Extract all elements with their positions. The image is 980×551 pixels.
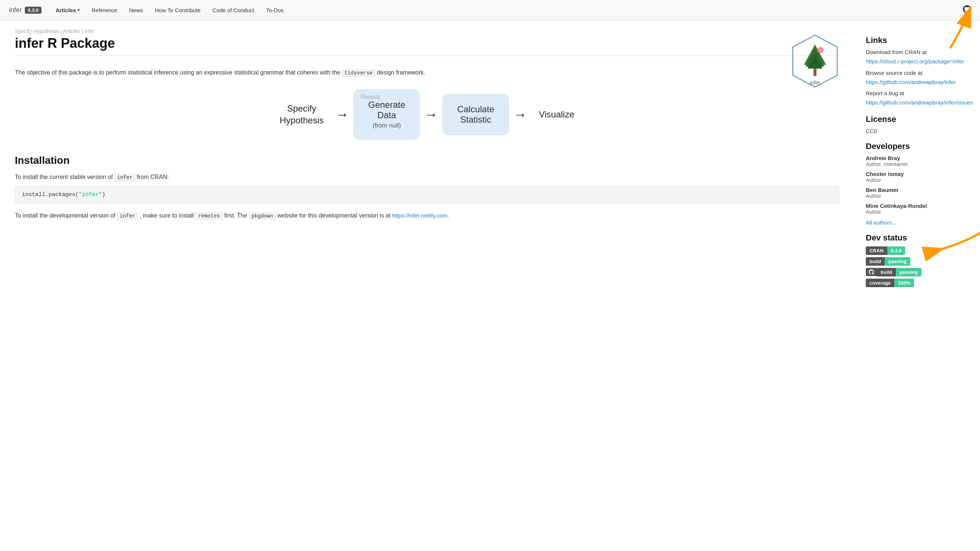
badge-cran-right: 0.2.0 <box>887 246 905 255</box>
dev-3: Mine Cetinkaya-Rundel Author <box>866 203 968 215</box>
link3-label: Report a bug at <box>866 90 968 96</box>
badge-coverage[interactable]: coverage 100% <box>866 279 968 287</box>
code-block-1: install.packages("infer") <box>15 186 839 203</box>
developers-title: Developers <box>866 141 968 151</box>
license-title: License <box>866 114 968 124</box>
brand-name: infer <box>9 6 22 14</box>
flow-arrow-2: → <box>425 107 438 122</box>
dev-status-title: Dev status <box>866 233 968 243</box>
dev-0-role: Author, maintainer <box>866 161 968 167</box>
page-layout: Specify Hypothesis | Articles | infer in… <box>0 21 980 297</box>
flow-diagram: SpecifyHypothesis → Repeat GenerateData … <box>15 89 839 140</box>
badge-coverage-left: coverage <box>866 279 894 287</box>
nav-item-reference[interactable]: Reference <box>86 4 123 16</box>
sidebar-license: License CC0 <box>866 114 968 134</box>
nav-item-how-to-contribute[interactable]: How To Contribute <box>150 4 206 16</box>
svg-rect-3 <box>813 68 816 76</box>
flow-step-specify: SpecifyHypothesis <box>272 103 331 125</box>
dev-2-role: Author <box>866 193 968 199</box>
all-authors-link[interactable]: All authors... <box>866 219 968 225</box>
github-icon[interactable] <box>963 5 971 16</box>
flow-step-calculate: CalculateStatistic <box>442 94 509 135</box>
repeat-label: Repeat <box>361 94 380 100</box>
page-title: infer R Package <box>15 36 839 51</box>
generate-label: GenerateData <box>368 100 405 121</box>
svg-text:infer: infer <box>810 80 820 86</box>
dev-1-role: Author <box>866 177 968 183</box>
nav-brand[interactable]: infer 0.3.0 <box>9 6 41 14</box>
calculate-label: CalculateStatistic <box>457 104 494 125</box>
main-content: Specify Hypothesis | Articles | infer in… <box>0 21 854 297</box>
badge-cran[interactable]: CRAN 0.2.0 <box>866 246 968 255</box>
badge-build-2[interactable]: build passing <box>866 268 968 276</box>
dev-2-name: Ben Baumer <box>866 187 968 193</box>
flow-step-visualize: Visualize <box>531 109 582 120</box>
install-text-2: To install the developmental version of … <box>15 211 839 221</box>
installation-title: Installation <box>15 154 839 167</box>
sidebar-developers: Developers Andrew Bray Author, maintaine… <box>866 141 968 225</box>
link2-label: Browse source code at <box>866 70 968 76</box>
remotes-code: remotes <box>196 212 223 220</box>
chevron-down-icon: ▾ <box>78 8 80 13</box>
code-string-1: "infer" <box>79 192 102 198</box>
dev-0-name: Andrew Bray <box>866 155 968 161</box>
nav-item-news[interactable]: News <box>124 4 148 16</box>
body-intro: The objective of this package is to perf… <box>15 68 839 78</box>
badge-build2-icon <box>866 268 877 276</box>
source-link[interactable]: https://github.com/andrewpbray/infer <box>866 79 956 85</box>
flow-arrow-3: → <box>514 107 527 122</box>
badge-build-right: passing <box>885 257 910 266</box>
from-null-label: (from null) <box>368 122 405 129</box>
link1-label: Download from CRAN at <box>866 49 968 55</box>
sidebar-links: Links Download from CRAN at https://clou… <box>866 36 968 107</box>
dev-3-name: Mine Cetinkaya-Rundel <box>866 203 968 209</box>
nav-items: Articles ▾ Reference News How To Contrib… <box>51 4 963 16</box>
sidebar-dev-status: Dev status CRAN 0.2.0 build passing buil… <box>866 233 968 287</box>
package-logo: infer <box>791 33 839 91</box>
nav-item-articles[interactable]: Articles ▾ <box>51 4 85 16</box>
badge-build2-label: build <box>877 268 896 276</box>
infer-code-1: infer <box>115 174 135 181</box>
badge-coverage-right: 100% <box>894 279 914 287</box>
netlify-link[interactable]: https://infer.netlify.com <box>392 212 447 219</box>
links-title: Links <box>866 36 968 45</box>
flow-arrow-1: → <box>336 107 349 122</box>
divider <box>15 56 839 56</box>
install-text-1: To install the current stable version of… <box>15 172 839 182</box>
dev-3-role: Author <box>866 209 968 215</box>
infer-code-2: infer <box>117 212 138 220</box>
nav-item-to-dos[interactable]: To-Dos <box>261 4 289 16</box>
dev-1: Chester Ismay Author <box>866 171 968 183</box>
dev-1-name: Chester Ismay <box>866 171 968 177</box>
bug-link[interactable]: https://github.com/andrewpbray/infer/iss… <box>866 99 973 106</box>
version-badge: 0.3.0 <box>25 7 41 14</box>
badge-build2-right: passing <box>896 268 921 276</box>
dev-2: Ben Baumer Author <box>866 187 968 199</box>
breadcrumb: Specify Hypothesis | Articles | infer <box>15 28 839 34</box>
pkgdown-code: pkgdown <box>249 212 276 220</box>
dev-0: Andrew Bray Author, maintainer <box>866 155 968 167</box>
cran-link[interactable]: https://cloud.r-project.org/package=infe… <box>866 58 964 65</box>
tidyverse-code: tidyverse <box>342 69 375 77</box>
license-text: CC0 <box>866 128 968 134</box>
title-area: Specify Hypothesis | Articles | infer in… <box>15 21 839 68</box>
navbar: infer 0.3.0 Articles ▾ Reference News Ho… <box>0 0 980 21</box>
sidebar: Links Download from CRAN at https://clou… <box>854 21 980 297</box>
badge-build-left: build <box>866 257 885 266</box>
flow-step-generate: Repeat GenerateData (from null) <box>353 89 420 140</box>
nav-item-code-of-conduct[interactable]: Code of Conduct <box>207 4 259 16</box>
badge-cran-left: CRAN <box>866 246 887 255</box>
badge-build-1[interactable]: build passing <box>866 257 968 266</box>
svg-point-8 <box>819 48 822 52</box>
